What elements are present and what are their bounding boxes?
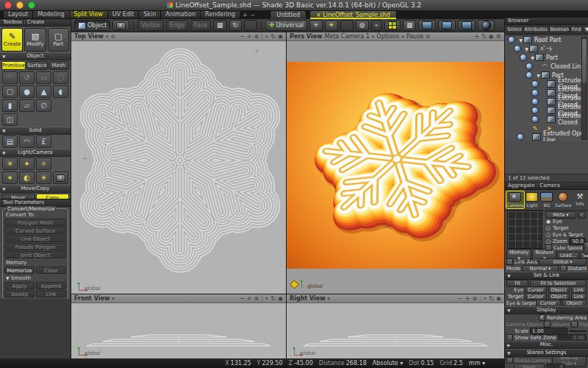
fit-view-icon[interactable]: ⊕ — [254, 33, 259, 40]
ambient-light-tool-icon[interactable]: ◐ — [19, 171, 35, 184]
view-menu-icon[interactable]: ▾ — [112, 296, 115, 302]
flood-light-tool-icon[interactable]: ☀ — [36, 171, 51, 184]
viewport-right[interactable]: Right View ▾ − + ⊕ | ⌖ ↻ ◉ global — [287, 294, 504, 358]
cylinder-tool-icon[interactable]: ▱ — [19, 99, 35, 112]
solid-box-tool-icon[interactable]: ▤ — [2, 135, 18, 148]
tab-rendering[interactable]: Rendering — [200, 10, 240, 19]
safe-zone-field[interactable]: 0.90 — [558, 334, 587, 342]
zoom-out-icon[interactable]: − — [240, 295, 245, 302]
spot-light-tool-icon[interactable]: ✦ — [19, 158, 35, 170]
section-set-link[interactable]: ▼Set & Link — [505, 272, 588, 280]
expander-icon[interactable]: ▼ — [518, 38, 523, 43]
point-light-tool-icon[interactable]: ☀ — [2, 158, 18, 170]
pause-button[interactable]: Pause — [406, 33, 424, 40]
visibility-ball-icon[interactable] — [514, 45, 521, 52]
browser-tab-boolean[interactable]: Boolean — [549, 26, 570, 34]
browser-tab-select[interactable]: Select — [506, 26, 523, 34]
browser-tab-attributes[interactable]: Attributes — [523, 26, 548, 34]
visibility-ball-icon[interactable] — [517, 133, 524, 141]
magnify-icon[interactable]: ◉ — [489, 33, 494, 40]
volume-checkbox[interactable] — [544, 321, 551, 328]
blank-tool-button-2[interactable] — [340, 20, 354, 31]
tab-uv-edit[interactable]: UV Edit — [107, 10, 138, 19]
cone-tool-icon[interactable]: ▲ — [36, 85, 51, 98]
area-light-tool-icon[interactable]: ✶ — [2, 171, 18, 184]
universal-manipulator-button[interactable]: ✚Universal — [265, 20, 307, 31]
create-button[interactable]: ✎Create — [1, 28, 23, 52]
tree-row-extruded-open-line[interactable]: Extruded Open Line — [505, 132, 588, 141]
options-menu-icon[interactable]: ▾ — [401, 34, 404, 40]
curve-tool-icon[interactable]: ◠ — [2, 71, 18, 84]
zoom-radio[interactable]: ○ — [545, 238, 551, 244]
magnify-icon[interactable]: ◉ — [278, 33, 283, 40]
rigid-checkbox[interactable] — [571, 321, 578, 328]
render-view-button[interactable] — [458, 20, 476, 31]
tree-row-part[interactable]: ▼ Part — [505, 53, 588, 62]
view-menu-icon[interactable]: ▾ — [106, 34, 109, 40]
aggregate-tab-light[interactable]: Light — [526, 191, 539, 208]
gear-icon[interactable]: ⚙ — [111, 34, 115, 40]
magnify-icon[interactable]: ◉ — [496, 295, 501, 302]
convert-pseudo-polygon-button[interactable]: Pseudo Polygon — [4, 243, 66, 250]
browser-tab-find[interactable]: Find — [570, 26, 581, 34]
hemisphere-tool-icon[interactable]: ◖ — [53, 85, 68, 98]
tab-skin[interactable]: Skin — [138, 10, 160, 19]
distant-light-tool-icon[interactable]: ✧ — [36, 158, 51, 170]
add-workspace-button[interactable]: + — [243, 12, 248, 18]
sphere-tool-icon[interactable]: ● — [19, 85, 35, 98]
doc-tab-untitled[interactable]: Untitled — [270, 10, 306, 19]
world-view-button[interactable]: ◍ — [356, 20, 369, 31]
edge-mode-button[interactable]: Edge — [166, 20, 188, 31]
camera-create-tool-icon[interactable] — [53, 171, 68, 184]
path-tool-button[interactable]: ⌁ — [371, 20, 382, 31]
camera-tool-button[interactable] — [112, 20, 129, 31]
tree-row-extruded-closed[interactable]: Extruded Closed — [505, 115, 588, 124]
textured-view-button[interactable] — [438, 20, 456, 31]
orbit-icon[interactable]: ↻ — [270, 33, 276, 40]
aggregate-tab-camera[interactable]: Camera — [506, 191, 524, 208]
mode-dropdown[interactable]: Normal ▾ — [522, 265, 559, 272]
eyetarget-object-button[interactable]: Object — [562, 300, 587, 307]
viewport-pers[interactable]: Pers View Meta Camera 1 ▾ Options ▾ Paus… — [287, 32, 504, 294]
convert-line-object-button[interactable]: Line Object — [4, 235, 66, 242]
convert-joint-object-button[interactable]: Joint Object — [4, 251, 66, 258]
visibility-ball-icon[interactable] — [508, 36, 515, 43]
expander-icon[interactable]: ▼ — [536, 73, 541, 78]
rendering-area-checkbox[interactable]: ✓ — [539, 314, 545, 321]
tree-row-closed-line[interactable]: ◠ Closed Line — [505, 62, 588, 71]
pan-icon[interactable]: ⌖ — [484, 295, 487, 302]
show-safe-zone-checkbox[interactable] — [506, 334, 513, 341]
section-object[interactable]: ▼Object — [0, 52, 71, 60]
viewport-front[interactable]: Front View ▾ − + ⊕ | ⌖ ↻ ◉ global — [71, 294, 286, 358]
solid-text-tool-icon[interactable]: £ — [36, 135, 51, 148]
fit-view-icon[interactable]: ⊕ — [254, 295, 259, 302]
visibility-ball-icon[interactable] — [526, 63, 533, 70]
convert-curved-surface-button[interactable]: Curved Surface — [4, 227, 66, 234]
close-tab-icon[interactable]: × — [316, 12, 321, 18]
doc-tab-active[interactable]: × LineOffset_Sample.shd — [309, 10, 397, 19]
shaded-view-button[interactable] — [418, 20, 436, 31]
front-view-label[interactable]: Front View — [74, 295, 110, 302]
unit-dropdown[interactable]: mm ▾ — [469, 360, 485, 367]
meta-extra-dropdown[interactable]: ▾ — [578, 211, 586, 219]
camera-menu-icon[interactable]: ▾ — [372, 34, 375, 40]
tree-row-part-jp[interactable]: ▼ ﾊﾟｰﾄ — [505, 44, 588, 53]
vertex-mode-button[interactable]: Vertex — [137, 20, 164, 31]
browser-scrollbar[interactable] — [581, 37, 587, 140]
visibility-ball-icon[interactable] — [531, 107, 539, 114]
pan-icon[interactable]: ⌖ — [265, 295, 269, 302]
eyetarget-cursor-button[interactable]: Cursor — [536, 300, 561, 307]
magnify-icon[interactable]: ◉ — [278, 295, 283, 302]
visibility-ball-icon[interactable] — [526, 71, 533, 79]
orbit-icon[interactable]: ↻ — [489, 295, 494, 302]
orbit-icon[interactable]: ↻ — [270, 295, 276, 302]
viewport-top[interactable]: + + Top View ▾ ⚙ − + ⊕ | ⌖ ↻ ◉ glob — [71, 32, 286, 294]
light-tool-button[interactable]: ☀ — [325, 20, 338, 31]
section-solid[interactable]: ▼Solid — [0, 127, 71, 135]
coord-mode-dropdown[interactable]: Absolute ▾ — [373, 360, 404, 367]
section-move-copy[interactable]: ▼Move/Copy — [0, 185, 71, 193]
visibility-ball-icon[interactable] — [520, 54, 527, 61]
expander-icon[interactable]: ▼ — [524, 46, 529, 52]
blank-tool-button[interactable] — [244, 20, 257, 31]
box-tool-icon[interactable]: ▮ — [2, 99, 18, 112]
